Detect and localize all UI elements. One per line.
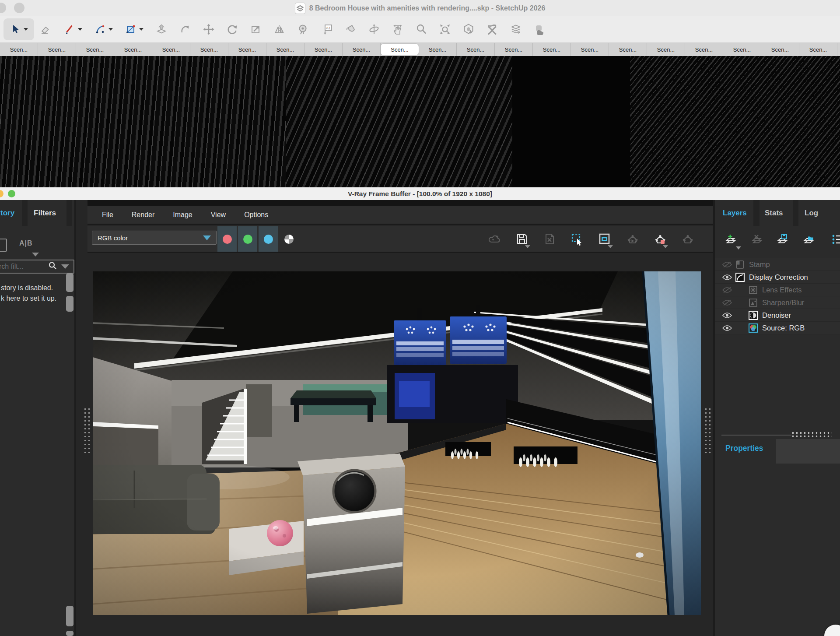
tab-stats[interactable]: Stats: [765, 200, 783, 226]
tool-line[interactable]: [58, 18, 88, 40]
scene-tab[interactable]: Scen...: [799, 43, 837, 56]
scene-tab[interactable]: Scen...: [114, 43, 152, 56]
tool-paint-bucket[interactable]: [339, 18, 362, 40]
chevron-down-icon[interactable]: [736, 246, 741, 249]
chevron-down-icon[interactable]: [78, 28, 82, 31]
scene-tab[interactable]: Scen...: [190, 43, 228, 56]
tool-export-layers[interactable]: [504, 18, 528, 40]
scene-tab[interactable]: Scen...: [457, 43, 495, 56]
chevron-down-icon[interactable]: [663, 245, 668, 248]
scrollbar-thumb[interactable]: [66, 606, 74, 626]
tool-rotate[interactable]: [220, 18, 244, 40]
scene-tab[interactable]: Scen...: [685, 43, 723, 56]
eye-off-icon[interactable]: [722, 299, 732, 306]
scene-tab[interactable]: Scen...: [152, 43, 190, 56]
tool-zoom-extents[interactable]: [433, 18, 457, 40]
tool-eraser[interactable]: [34, 18, 58, 40]
tool-select[interactable]: [4, 18, 34, 40]
menu-image[interactable]: Image: [164, 211, 201, 219]
tool-scale[interactable]: [244, 18, 268, 40]
tab-filters[interactable]: Filters: [34, 200, 56, 226]
scene-tab[interactable]: Scen...: [76, 43, 114, 56]
tool-warehouse[interactable]: [457, 18, 480, 40]
blue-channel-button[interactable]: [259, 226, 278, 252]
search-options-caret-icon[interactable]: [61, 264, 69, 269]
delete-layer-button[interactable]: [751, 233, 764, 246]
ab-caret-icon[interactable]: [32, 253, 39, 257]
vfb-titlebar[interactable]: V-Ray Frame Buffer - [100.0% of 1920 x 1…: [0, 187, 840, 200]
tool-flip[interactable]: [268, 18, 291, 40]
add-layer-button[interactable]: [724, 233, 738, 246]
region-frame-button[interactable]: [598, 232, 611, 246]
menu-view[interactable]: View: [202, 211, 235, 219]
scene-tab[interactable]: Scen...: [0, 43, 38, 56]
scene-tab[interactable]: Scen...: [761, 43, 799, 56]
scrollbar-thumb[interactable]: [66, 296, 74, 312]
splitter-handle[interactable]: [703, 406, 711, 453]
scrollbar-thumb[interactable]: [66, 273, 74, 292]
ab-compare-icon[interactable]: A|B: [19, 239, 33, 247]
tool-orbit[interactable]: [362, 18, 386, 40]
tool-tape-measure[interactable]: [291, 18, 315, 40]
ai-denoiser-button[interactable]: [488, 232, 501, 246]
green-channel-button[interactable]: [238, 226, 257, 252]
eye-icon[interactable]: [722, 274, 732, 281]
alpha-channel-button[interactable]: [280, 226, 298, 252]
region-select-button[interactable]: [570, 232, 584, 246]
properties-drag-handle[interactable]: [790, 431, 832, 438]
eye-off-icon[interactable]: [722, 261, 732, 268]
tool-components[interactable]: [528, 18, 551, 40]
scene-tab[interactable]: Scen...: [723, 43, 761, 56]
splitter-handle[interactable]: [82, 406, 90, 453]
layer-list-button[interactable]: [831, 233, 840, 246]
interactive-render-button[interactable]: [681, 232, 694, 246]
chevron-down-icon[interactable]: [108, 28, 113, 31]
search-icon[interactable]: [48, 261, 57, 272]
scene-tab[interactable]: Scen...: [609, 43, 647, 56]
channel-dropdown[interactable]: RGB color: [92, 231, 217, 245]
save-image-button[interactable]: [515, 232, 528, 246]
tool-arc[interactable]: [88, 18, 119, 40]
scene-tab[interactable]: Scen...: [228, 43, 266, 56]
clear-image-button[interactable]: [543, 232, 556, 246]
tool-sandbox[interactable]: [480, 18, 504, 40]
load-layers-button[interactable]: [802, 233, 816, 246]
tool-follow-me[interactable]: [173, 18, 197, 40]
layer-row[interactable]: Sharpen/Blur: [715, 296, 840, 309]
search-filter-input[interactable]: rch filt...: [0, 260, 74, 274]
chevron-down-icon[interactable]: [139, 28, 144, 31]
compare-frame-icon[interactable]: [0, 239, 7, 252]
chevron-down-icon[interactable]: [525, 245, 530, 248]
tool-push-pull[interactable]: [150, 18, 173, 40]
scene-tab[interactable]: Scen...: [304, 43, 343, 56]
tab-layers[interactable]: Layers: [723, 200, 747, 226]
scene-tab[interactable]: Scen...: [495, 43, 533, 56]
chevron-down-icon[interactable]: [608, 245, 613, 248]
layer-row[interactable]: Lens Effects: [715, 284, 840, 296]
eye-off-icon[interactable]: [722, 286, 732, 294]
layer-row[interactable]: Source: RGB: [715, 322, 840, 334]
layer-row[interactable]: Display Correction: [715, 271, 840, 284]
render-last-button[interactable]: [626, 232, 639, 246]
tool-move[interactable]: [197, 18, 220, 40]
eye-icon[interactable]: [722, 324, 732, 332]
tool-text[interactable]: A1: [315, 18, 339, 40]
chevron-down-icon[interactable]: [24, 28, 28, 31]
scene-tab[interactable]: Scen...: [533, 43, 571, 56]
model-viewport[interactable]: [0, 56, 840, 187]
layer-row[interactable]: iStamp: [715, 258, 840, 271]
history-setup-link[interactable]: k here to set it up.: [1, 295, 56, 302]
scene-tab[interactable]: Scen...: [38, 43, 76, 56]
save-layers-button[interactable]: [776, 233, 789, 246]
layer-row[interactable]: Denoiser: [715, 309, 840, 322]
tab-history[interactable]: tory: [0, 200, 14, 226]
stop-render-button[interactable]: [653, 232, 666, 246]
tool-zoom[interactable]: [410, 18, 433, 40]
scene-tab[interactable]: Scen...: [266, 43, 304, 56]
scene-tab[interactable]: Scen...: [647, 43, 685, 56]
tab-log[interactable]: Log: [805, 200, 818, 226]
scene-tab[interactable]: Scen...: [343, 43, 381, 56]
menu-render[interactable]: Render: [122, 211, 164, 219]
tool-pan[interactable]: [386, 18, 410, 40]
red-channel-button[interactable]: [217, 226, 237, 252]
